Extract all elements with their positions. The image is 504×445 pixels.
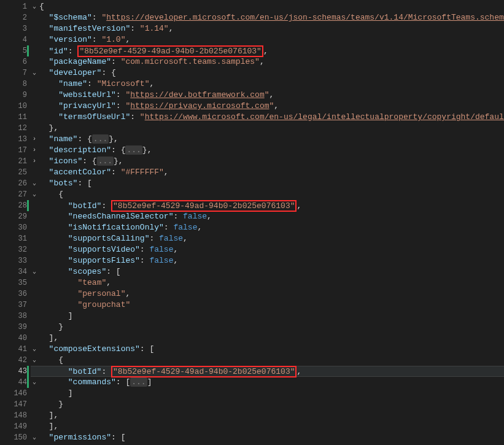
code-line[interactable]: "permissions": [ — [31, 432, 504, 443]
line-number: 25 — [0, 167, 31, 178]
fold-collapsed-icon[interactable] — [31, 145, 38, 156]
code-line[interactable]: } — [31, 322, 504, 333]
code-line[interactable]: "version": "1.0", — [31, 34, 504, 45]
code-line[interactable]: "icons": {...}, — [31, 156, 504, 167]
code-line[interactable]: "commands": [...] — [31, 377, 504, 388]
line-number: 150 — [0, 432, 31, 443]
line-number: 38 — [0, 311, 31, 322]
line-number: 7 — [0, 68, 31, 79]
code-line[interactable]: "id": "8b52e9ef-4529-49ad-94b0-2b025e076… — [31, 45, 504, 56]
code-line[interactable]: "$schema": "https://developer.microsoft.… — [31, 12, 504, 23]
code-line[interactable]: "packageName": "com.microsoft.teams.samp… — [31, 56, 504, 68]
line-number: 37 — [0, 300, 31, 311]
code-line[interactable]: "name": "Microsoft", — [31, 79, 504, 90]
line-number: 42 — [0, 355, 31, 366]
code-line[interactable]: "composeExtensions": [ — [31, 344, 504, 355]
code-line[interactable]: ] — [31, 311, 504, 322]
line-number: 34 — [0, 266, 31, 277]
line-number: 43 — [0, 366, 31, 377]
folded-region[interactable]: ... — [92, 134, 109, 144]
modified-indicator — [27, 377, 29, 388]
fold-collapsed-icon[interactable] — [31, 156, 38, 167]
line-number: 33 — [0, 255, 31, 266]
code-line[interactable]: "websiteUrl": "https://dev.botframework.… — [31, 90, 504, 101]
code-line[interactable]: "scopes": [ — [31, 266, 504, 277]
code-line[interactable]: "supportsVideo": false, — [31, 244, 504, 255]
modified-indicator — [27, 45, 29, 56]
line-number: 27 — [0, 189, 31, 200]
fold-expanded-icon[interactable] — [31, 266, 38, 277]
code-line[interactable]: "personal", — [31, 288, 504, 300]
line-number: 4 — [0, 34, 31, 45]
line-number: 8 — [0, 79, 31, 90]
line-number: 149 — [0, 421, 31, 432]
line-number: 41 — [0, 344, 31, 355]
code-line[interactable]: ] — [31, 388, 504, 399]
code-line[interactable]: "groupchat" — [31, 300, 504, 311]
code-line[interactable]: "description": {...}, — [31, 145, 504, 156]
code-area[interactable]: { "$schema": "https://developer.microsof… — [31, 0, 504, 445]
line-number: 35 — [0, 277, 31, 288]
folded-region[interactable]: ... — [125, 145, 142, 155]
code-line[interactable]: "accentColor": "#FFFFFF", — [31, 167, 504, 178]
fold-expanded-icon[interactable] — [31, 68, 38, 79]
code-line[interactable]: ], — [31, 421, 504, 432]
code-line[interactable]: "developer": { — [31, 68, 504, 79]
code-line[interactable]: "bots": [ — [31, 178, 504, 189]
line-number: 39 — [0, 322, 31, 333]
code-line[interactable]: ], — [31, 333, 504, 344]
fold-expanded-icon[interactable] — [31, 377, 38, 388]
line-number: 2 — [0, 12, 31, 23]
code-line[interactable]: ], — [31, 410, 504, 421]
fold-expanded-icon[interactable] — [31, 189, 38, 200]
line-number: 3 — [0, 23, 31, 34]
code-line[interactable]: { — [31, 189, 504, 200]
line-number: 26 — [0, 178, 31, 189]
code-line[interactable]: "supportsCalling": false, — [31, 233, 504, 244]
highlighted-value: "8b52e9ef-4529-49ad-94b0-2b025e076103" — [77, 45, 263, 57]
folded-region[interactable]: ... — [130, 377, 147, 387]
modified-indicator — [27, 366, 29, 377]
fold-expanded-icon[interactable] — [31, 1, 38, 12]
line-number: 40 — [0, 333, 31, 344]
code-editor: 1234567891011121317212526272829303132333… — [0, 0, 504, 445]
code-line[interactable]: "manifestVersion": "1.14", — [31, 23, 504, 34]
line-number: 12 — [0, 123, 31, 134]
line-number: 6 — [0, 56, 31, 68]
line-number: 147 — [0, 399, 31, 410]
code-line[interactable]: { — [31, 355, 504, 366]
line-number: 44 — [0, 377, 31, 388]
line-number: 21 — [0, 156, 31, 167]
highlighted-value: "8b52e9ef-4529-49ad-94b0-2b025e076103" — [111, 200, 297, 212]
code-line[interactable]: "isNotificationOnly": false, — [31, 222, 504, 233]
code-line[interactable]: "needsChannelSelector": false, — [31, 211, 504, 222]
line-number: 146 — [0, 388, 31, 399]
code-line[interactable]: } — [31, 399, 504, 410]
line-number: 17 — [0, 145, 31, 156]
fold-expanded-icon[interactable] — [31, 344, 38, 355]
line-number: 10 — [0, 101, 31, 112]
code-line[interactable]: "termsOfUseUrl": "https://www.microsoft.… — [31, 112, 504, 123]
folded-region[interactable]: ... — [97, 157, 114, 166]
line-number: 29 — [0, 211, 31, 222]
line-number-gutter: 1234567891011121317212526272829303132333… — [0, 0, 31, 445]
line-number: 31 — [0, 233, 31, 244]
code-line[interactable]: "botId": "8b52e9ef-4529-49ad-94b0-2b025e… — [31, 200, 504, 211]
line-number: 28 — [0, 200, 31, 211]
code-line[interactable]: }, — [31, 123, 504, 134]
line-number: 11 — [0, 112, 31, 123]
fold-expanded-icon[interactable] — [31, 178, 38, 189]
code-line[interactable]: "botId": "8b52e9ef-4529-49ad-94b0-2b025e… — [31, 366, 504, 377]
code-line[interactable]: "team", — [31, 277, 504, 288]
fold-expanded-icon[interactable] — [31, 432, 38, 443]
fold-collapsed-icon[interactable] — [31, 134, 38, 145]
code-line[interactable]: "privacyUrl": "https://privacy.microsoft… — [31, 101, 504, 112]
highlighted-value: "8b52e9ef-4529-49ad-94b0-2b025e076103" — [111, 366, 297, 377]
code-line[interactable]: "supportsFiles": false, — [31, 255, 504, 266]
code-line[interactable]: "name": {...}, — [31, 134, 504, 145]
code-line[interactable]: { — [31, 1, 504, 12]
line-number: 148 — [0, 410, 31, 421]
fold-expanded-icon[interactable] — [31, 355, 38, 366]
line-number: 13 — [0, 134, 31, 145]
line-number: 36 — [0, 288, 31, 300]
